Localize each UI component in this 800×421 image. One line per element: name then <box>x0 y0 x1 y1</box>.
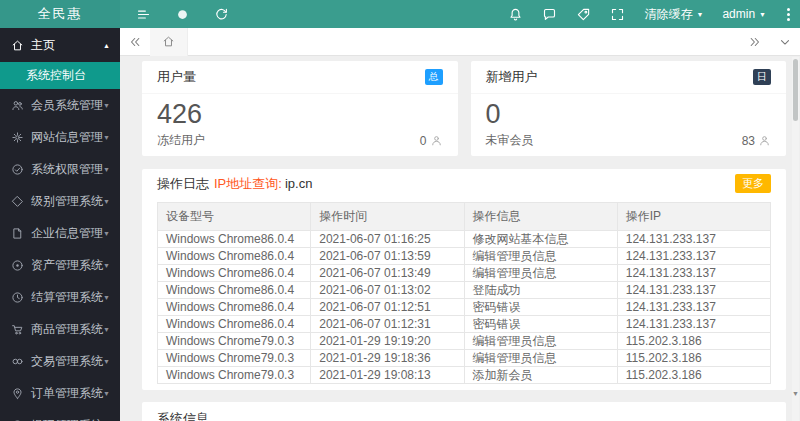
tabs-scroll-right-icon[interactable] <box>740 28 770 56</box>
gear-icon <box>11 131 24 144</box>
sidebar-item-4[interactable]: 企业信息管理▼ <box>0 217 120 249</box>
table-cell: Windows Chrome79.0.3 <box>158 350 311 367</box>
caret-down-icon: ▼ <box>103 166 110 173</box>
sidebar-item-6[interactable]: 结算管理系统▼ <box>0 281 120 313</box>
table-cell: Windows Chrome86.0.4 <box>158 282 311 299</box>
scrollbar-thumb[interactable] <box>793 59 798 121</box>
more-vertical-icon[interactable] <box>785 6 792 23</box>
users-icon <box>11 99 24 112</box>
sidebar-item-1[interactable]: 网站信息管理▼ <box>0 121 120 153</box>
stat-value: 426 <box>142 94 458 129</box>
sidebar-item-label: 商品管理系统 <box>31 321 103 338</box>
document-icon <box>11 227 24 240</box>
home-icon <box>11 39 24 52</box>
caret-down-icon: ▼ <box>103 102 110 109</box>
table-cell: 115.202.3.186 <box>617 367 770 384</box>
system-info-title: 系统信息 <box>142 402 786 421</box>
sidebar-item-label: 企业信息管理 <box>31 225 103 242</box>
table-cell: 2021-01-29 19:08:13 <box>311 367 464 384</box>
sidebar-item-5[interactable]: 资产管理系统▼ <box>0 249 120 281</box>
sidebar-item-label: 提现管理系统 <box>31 417 103 421</box>
operation-log-card: 操作日志 IP地址查询: ip.cn 更多 设备型号操作时间操作信息操作IP W… <box>142 169 786 390</box>
user-dropdown[interactable]: admin ▼ <box>722 7 766 21</box>
operation-log-table: 设备型号操作时间操作信息操作IP Windows Chrome86.0.4202… <box>157 202 771 384</box>
more-button[interactable]: 更多 <box>735 174 771 193</box>
link-icon <box>11 355 24 368</box>
sidebar-item-7[interactable]: 商品管理系统▼ <box>0 313 120 345</box>
table-row: Windows Chrome86.0.42021-06-07 01:12:51密… <box>158 299 771 316</box>
table-row: Windows Chrome79.0.32021-01-29 19:19:20编… <box>158 333 771 350</box>
user-icon <box>430 134 443 147</box>
theme-icon[interactable] <box>175 7 190 22</box>
content-scrollbar[interactable]: ▼ <box>792 57 799 421</box>
home-icon <box>162 35 175 48</box>
sidebar-item-label: 主页 <box>31 37 103 54</box>
column-header: 操作信息 <box>464 203 617 231</box>
clock-icon <box>11 291 24 304</box>
caret-down-icon: ▼ <box>103 326 110 333</box>
main-content: 用户量 总 426 冻结用户 0 新增用户 日 0 未审会员 83 <box>120 56 800 421</box>
refresh-icon[interactable] <box>214 7 229 22</box>
topbar-right: 清除缓存 ▼ admin ▼ <box>508 6 800 23</box>
table-cell: Windows Chrome79.0.3 <box>158 367 311 384</box>
caret-down-icon: ▼ <box>103 230 110 237</box>
sidebar-item-10[interactable]: 提现管理系统▼ <box>0 409 120 421</box>
tabbar <box>120 28 800 56</box>
sidebar-item-9[interactable]: 订单管理系统▼ <box>0 377 120 409</box>
caret-down-icon: ▼ <box>103 358 110 365</box>
sidebar-item-3[interactable]: 级别管理系统▼ <box>0 185 120 217</box>
ip-query-label: IP地址查询: <box>214 175 282 193</box>
sidebar-item-home[interactable]: 主页 ▲ <box>0 28 120 62</box>
scrollbar-down-arrow-icon[interactable]: ▼ <box>792 390 799 397</box>
sidebar-item-8[interactable]: 交易管理系统▼ <box>0 345 120 377</box>
table-row: Windows Chrome86.0.42021-06-07 01:13:02登… <box>158 282 771 299</box>
clear-cache-dropdown[interactable]: 清除缓存 ▼ <box>644 6 703 23</box>
table-cell: Windows Chrome79.0.3 <box>158 333 311 350</box>
stat-card-new-users: 新增用户 日 0 未审会员 83 <box>471 61 787 156</box>
sidebar-item-2[interactable]: 系统权限管理▼ <box>0 153 120 185</box>
table-cell: 添加新会员 <box>464 367 617 384</box>
table-cell: Windows Chrome86.0.4 <box>158 231 311 248</box>
stat-title: 用户量 <box>157 68 196 86</box>
table-cell: Windows Chrome86.0.4 <box>158 248 311 265</box>
check-circle-icon <box>11 163 24 176</box>
notification-bell-icon[interactable] <box>508 7 523 22</box>
table-cell: 2021-06-07 01:13:49 <box>311 265 464 282</box>
topbar-left-icons <box>120 7 229 22</box>
fullscreen-icon[interactable] <box>610 7 625 22</box>
table-cell: 2021-06-07 01:13:59 <box>311 248 464 265</box>
sidebar-item-console[interactable]: 系统控制台 <box>0 62 120 89</box>
tag-icon[interactable] <box>576 7 591 22</box>
table-row: Windows Chrome86.0.42021-06-07 01:16:25修… <box>158 231 771 248</box>
caret-up-icon: ▲ <box>103 42 110 49</box>
table-cell: 124.131.233.137 <box>617 265 770 282</box>
tab-home[interactable] <box>150 28 188 56</box>
pin-icon <box>11 387 24 400</box>
stat-sub-value: 83 <box>742 134 755 148</box>
table-cell: 115.202.3.186 <box>617 333 770 350</box>
table-cell: 115.202.3.186 <box>617 350 770 367</box>
stat-sub-value: 0 <box>420 134 427 148</box>
table-cell: 编辑管理员信息 <box>464 248 617 265</box>
diamond-icon <box>11 195 24 208</box>
table-cell: 2021-06-07 01:13:02 <box>311 282 464 299</box>
sidebar-item-0[interactable]: 会员系统管理▼ <box>0 89 120 121</box>
sidebar-item-label: 结算管理系统 <box>31 289 103 306</box>
caret-down-icon: ▼ <box>696 11 703 18</box>
table-cell: 登陆成功 <box>464 282 617 299</box>
tabs-scroll-left-icon[interactable] <box>120 28 150 56</box>
topbar: 清除缓存 ▼ admin ▼ <box>120 0 800 28</box>
column-header: 设备型号 <box>158 203 311 231</box>
caret-down-icon: ▼ <box>103 134 110 141</box>
sidebar-toggle-icon[interactable] <box>136 7 151 22</box>
table-cell: Windows Chrome86.0.4 <box>158 316 311 333</box>
message-icon[interactable] <box>542 7 557 22</box>
sidebar-item-label: 系统权限管理 <box>31 161 103 178</box>
caret-down-icon: ▼ <box>759 11 766 18</box>
ip-query-link[interactable]: ip.cn <box>285 176 312 191</box>
sidebar-item-label: 交易管理系统 <box>31 353 103 370</box>
tabs-menu-icon[interactable] <box>770 28 800 56</box>
log-card-title: 操作日志 <box>157 175 209 193</box>
table-row: Windows Chrome86.0.42021-06-07 01:13:49编… <box>158 265 771 282</box>
table-row: Windows Chrome86.0.42021-06-07 01:12:31密… <box>158 316 771 333</box>
